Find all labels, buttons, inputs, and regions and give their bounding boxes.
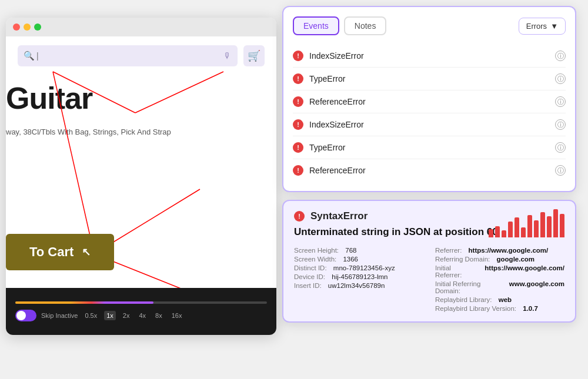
detail-meta-right-item: Initial Referring Domain: www.google.com <box>435 280 564 294</box>
bar-chart-bar <box>514 217 519 237</box>
search-icon: 🔍 <box>24 51 35 61</box>
meta-label: Screen Width: <box>294 256 336 263</box>
error-dot-4: ! <box>293 119 303 130</box>
meta-label: Insert ID: <box>294 282 322 289</box>
browser-titlebar <box>6 18 276 36</box>
error-name-4: IndexSizeError <box>309 120 549 129</box>
info-icon-4[interactable]: ⓘ <box>555 119 566 130</box>
bar-chart-bar <box>495 226 500 237</box>
bar-chart <box>489 208 564 237</box>
toggle-knob <box>16 311 26 320</box>
detail-meta-left-item: Distinct ID: mno-789123456-xyz <box>294 264 423 271</box>
skip-inactive-label: Skip Inactive <box>41 312 78 319</box>
meta-value: www.google.com <box>509 280 564 294</box>
error-item-6: ! ReferenceError ⓘ <box>293 159 566 182</box>
bar-chart-bar <box>553 209 558 237</box>
detail-error-name: SyntaxError <box>310 210 368 222</box>
error-name-3: ReferenceError <box>309 97 549 106</box>
cursor-icon: ↖ <box>82 246 91 259</box>
meta-label: Referrer: <box>435 247 462 254</box>
meta-value: hij-456789123-lmn <box>332 273 387 280</box>
browser-dot-green <box>34 24 41 31</box>
detail-meta-right-item: Initial Referrer: https://www.google.com… <box>435 264 564 279</box>
dropdown-arrow-icon: ▼ <box>550 22 558 31</box>
meta-value: https://www.google.com/ <box>469 247 549 254</box>
add-to-cart-button[interactable]: To Cart ↖ <box>6 234 114 270</box>
meta-value: uw12lm34v56789n <box>328 282 385 289</box>
meta-label: Referring Domain: <box>435 256 490 263</box>
meta-label: Replaybird Library Version: <box>435 305 516 312</box>
events-panel-header: Events Notes Errors ▼ <box>293 16 566 35</box>
info-icon-6[interactable]: ⓘ <box>555 165 566 176</box>
browser-mockup: 🔍 🎙 🛒 Guitar way, 38Cl/Tbls With Bag, St… <box>6 18 276 335</box>
error-item-1: ! IndexSizeError ⓘ <box>293 45 566 68</box>
detail-meta-left-item: Screen Height: 768 <box>294 247 423 254</box>
bar-chart-bar <box>527 215 532 237</box>
meta-value: mno-789123456-xyz <box>333 264 395 271</box>
meta-label: Device ID: <box>294 273 325 280</box>
speed-4x[interactable]: 4x <box>136 311 148 320</box>
svg-line-1 <box>135 72 223 113</box>
playback-bar: Skip Inactive 0.5x 1x 2x 4x 8x 16x <box>6 288 276 335</box>
error-dot-5: ! <box>293 142 303 153</box>
detail-meta-left-item: Device ID: hij-456789123-lmn <box>294 273 423 280</box>
error-dot-2: ! <box>293 73 303 84</box>
info-icon-3[interactable]: ⓘ <box>555 96 566 107</box>
meta-value: 1.0.7 <box>523 305 538 312</box>
error-dot-6: ! <box>293 165 303 176</box>
meta-label: Initial Referrer: <box>435 264 478 279</box>
tab-notes[interactable]: Notes <box>344 16 387 35</box>
detail-error-dot: ! <box>294 211 305 222</box>
error-dot-1: ! <box>293 51 303 61</box>
detail-meta-right-item: Referrer: https://www.google.com/ <box>435 247 564 254</box>
browser-content: 🔍 🎙 🛒 Guitar way, 38Cl/Tbls With Bag, St… <box>6 36 276 335</box>
info-icon-5[interactable]: ⓘ <box>555 142 566 153</box>
speed-0.5x[interactable]: 0.5x <box>82 311 99 320</box>
bar-chart-bar <box>534 220 539 237</box>
search-bar-wrapper: 🔍 🎙 <box>18 45 238 66</box>
search-input[interactable] <box>18 45 238 66</box>
speed-16x[interactable]: 16x <box>169 311 185 320</box>
detail-meta-right-item: Referring Domain: google.com <box>435 256 564 263</box>
product-description: way, 38Cl/Tbls With Bag, Strings, Pick A… <box>6 128 171 136</box>
error-name-6: ReferenceError <box>309 166 549 175</box>
bar-chart-bar <box>521 227 526 237</box>
speed-1x[interactable]: 1x <box>104 311 116 320</box>
meta-value: web <box>499 296 512 303</box>
detail-meta-right-item: Replaybird Library Version: 1.0.7 <box>435 305 564 312</box>
error-dot-3: ! <box>293 96 303 107</box>
skip-inactive-toggle[interactable] <box>15 310 36 321</box>
meta-value: 1366 <box>343 256 358 263</box>
mic-icon: 🎙 <box>223 51 232 61</box>
bar-chart-bar <box>508 222 513 237</box>
speed-8x[interactable]: 8x <box>153 311 165 320</box>
tab-events[interactable]: Events <box>293 16 339 35</box>
cart-button[interactable]: 🛒 <box>243 45 265 66</box>
info-icon-2[interactable]: ⓘ <box>555 73 566 84</box>
error-name-2: TypeError <box>309 74 549 83</box>
meta-value: https://www.google.com/ <box>485 264 564 279</box>
error-name-1: IndexSizeError <box>309 51 549 61</box>
bar-chart-bar <box>489 229 493 237</box>
playback-controls: Skip Inactive 0.5x 1x 2x 4x 8x 16x <box>15 310 267 321</box>
info-icon-1[interactable]: ⓘ <box>555 51 566 61</box>
browser-dot-red <box>13 24 20 31</box>
detail-meta-left-item: Screen Width: 1366 <box>294 256 423 263</box>
bar-chart-bar <box>547 216 552 237</box>
meta-label: Replaybird Library: <box>435 296 492 303</box>
error-name-5: TypeError <box>309 143 549 152</box>
errors-dropdown[interactable]: Errors ▼ <box>519 18 566 35</box>
meta-value: 768 <box>345 247 356 254</box>
progress-track[interactable] <box>15 301 267 304</box>
error-item-5: ! TypeError ⓘ <box>293 136 566 159</box>
bar-chart-bar <box>560 214 564 237</box>
progress-fill <box>15 301 153 304</box>
product-title: Guitar <box>6 81 92 116</box>
meta-label: Distinct ID: <box>294 264 327 271</box>
bar-chart-bar <box>540 212 545 237</box>
search-bar-area: 🔍 🎙 🛒 <box>18 45 265 66</box>
speed-2x[interactable]: 2x <box>121 311 132 320</box>
error-item-2: ! TypeError ⓘ <box>293 68 566 90</box>
detail-meta-left-item: Insert ID: uw12lm34v56789n <box>294 282 423 289</box>
meta-value: google.com <box>497 256 535 263</box>
